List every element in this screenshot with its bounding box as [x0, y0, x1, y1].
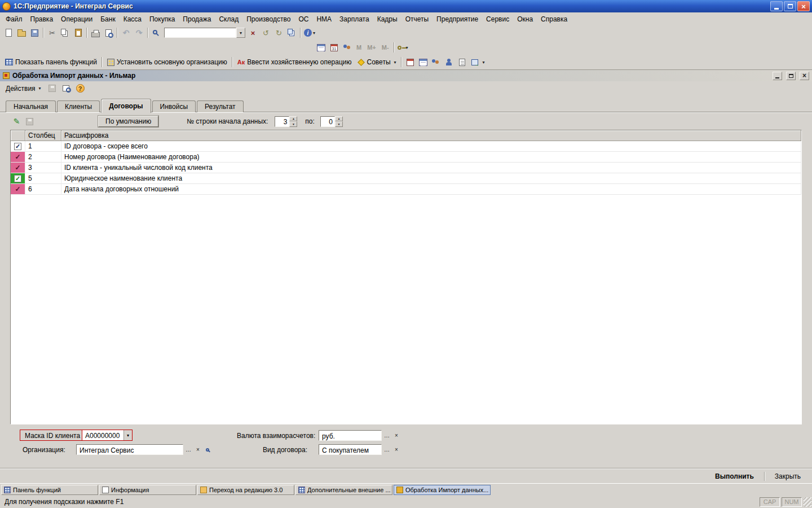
contract-kind-select-button[interactable]: … [382, 445, 391, 454]
start-row-spinner[interactable]: 3 ▲ ▼ [275, 116, 297, 127]
calendar-button[interactable]: 31 [328, 41, 341, 54]
search-input[interactable] [164, 28, 236, 38]
refresh-button[interactable]: ↺ [259, 27, 272, 39]
memory-recall-button[interactable]: M [354, 44, 364, 51]
clear-search-button[interactable]: × [246, 27, 259, 39]
new-document-button[interactable] [2, 27, 15, 39]
minimize-button[interactable] [770, 1, 783, 11]
about-button[interactable]: i▾ [303, 27, 316, 39]
menu-service[interactable]: Сервис [482, 14, 513, 25]
child-restore-button[interactable] [786, 72, 796, 80]
edit-button[interactable]: ✎ [10, 115, 23, 128]
copy-button[interactable] [59, 27, 72, 39]
table-row[interactable]: ✓ 6 Дата начала договорных отношений [11, 184, 801, 195]
organization-find-button[interactable] [203, 445, 212, 454]
row-mark-cell[interactable]: ✓ [11, 184, 25, 194]
spin-up-button[interactable]: ▲ [335, 116, 343, 122]
menu-bank[interactable]: Банк [96, 14, 119, 25]
client-id-mask-combobox[interactable]: А00000000 ▾ [82, 430, 133, 441]
save-button[interactable] [28, 27, 41, 39]
taskbar-item-redaction-30[interactable]: Переход на редакцию 3.0 [197, 485, 294, 495]
row-mark-cell[interactable]: ✓ [11, 173, 25, 183]
tab-klienty[interactable]: Клиенты [57, 100, 100, 112]
spin-down-button[interactable]: ▼ [289, 121, 297, 127]
table-row[interactable]: ✓ 2 Номер договора (Наименование договор… [11, 152, 801, 163]
organization-clear-button[interactable]: × [193, 445, 202, 454]
calculator-button[interactable] [341, 41, 354, 54]
menu-sale[interactable]: Продажа [179, 14, 215, 25]
tab-invoysy[interactable]: Инвойсы [152, 100, 196, 112]
menu-warehouse[interactable]: Склад [215, 14, 242, 25]
start-row-value[interactable]: 3 [275, 116, 289, 127]
save-settings-button[interactable] [46, 82, 59, 95]
actions-menu-button[interactable]: Действия ▾ [2, 84, 45, 94]
enter-operation-button[interactable]: Ак Ввести хозяйственную операцию [235, 56, 355, 68]
calendar-tool-button[interactable] [404, 56, 417, 68]
tips-button[interactable]: Советы ▾ [355, 56, 399, 68]
execute-button[interactable]: Выполнить [709, 471, 760, 482]
client-id-mask-value[interactable]: А00000000 [82, 430, 123, 440]
users-tool-button[interactable] [430, 56, 443, 68]
mask-dropdown-button[interactable]: ▾ [123, 430, 132, 440]
save-columns-button[interactable] [23, 115, 36, 128]
find-button[interactable] [150, 27, 163, 39]
contract-kind-clear-button[interactable]: × [392, 445, 401, 454]
to-value[interactable]: 0 [320, 116, 335, 127]
tab-dogovory[interactable]: Договоры [101, 99, 151, 113]
tools-button[interactable]: ▾ [396, 41, 409, 54]
child-close-button[interactable]: × [800, 72, 809, 80]
currency-select-button[interactable]: … [382, 431, 391, 440]
menu-edit[interactable]: Правка [27, 14, 58, 25]
close-button[interactable]: × [797, 1, 810, 11]
table-row[interactable]: ✓ 1 ID договора - скорее всего [11, 141, 801, 152]
menu-file[interactable]: Файл [2, 14, 27, 25]
spin-down-button[interactable]: ▼ [335, 121, 343, 127]
menu-help[interactable]: Справка [537, 14, 571, 25]
open-settings-button[interactable] [60, 82, 73, 95]
menu-hr[interactable]: Кадры [373, 14, 401, 25]
menu-enterprise[interactable]: Предприятие [433, 14, 482, 25]
windows-list-button[interactable] [285, 27, 298, 39]
contract-kind-field[interactable]: С покупателем [319, 444, 382, 455]
show-function-panel-button[interactable]: Показать панель функций [2, 56, 100, 68]
memory-plus-button[interactable]: M+ [364, 44, 379, 51]
tab-nachalnaya[interactable]: Начальная [6, 100, 56, 112]
row-mark-cell[interactable]: ✓ [11, 163, 25, 173]
menu-os[interactable]: ОС [294, 14, 312, 25]
table-tool-button[interactable] [417, 56, 430, 68]
row-mark-cell[interactable]: ✓ [11, 152, 25, 162]
client-id-mask-button[interactable]: Маска ID клиента [20, 430, 85, 441]
spin-up-button[interactable]: ▲ [289, 116, 297, 122]
currency-clear-button[interactable]: × [392, 431, 401, 440]
search-dropdown-button[interactable]: ▾ [236, 28, 245, 38]
menu-purchase[interactable]: Покупка [145, 14, 179, 25]
switch-interface-button[interactable]: ↻ [272, 27, 285, 39]
taskbar-item-information[interactable]: Информация [99, 485, 196, 495]
help-button[interactable]: ? [74, 82, 87, 95]
memory-minus-button[interactable]: M- [379, 44, 392, 51]
menu-reports[interactable]: Отчеты [401, 14, 433, 25]
set-main-organization-button[interactable]: Установить основную организацию [104, 56, 230, 68]
export-tool-button[interactable] [469, 56, 482, 68]
menu-salary[interactable]: Зарплата [336, 14, 373, 25]
print-button[interactable] [89, 27, 102, 39]
organization-field[interactable]: Интеграл Сервис [76, 444, 183, 455]
table-row[interactable]: ✓ 3 ID клиента - уникальный числовой код… [11, 163, 801, 173]
currency-field[interactable]: руб. [319, 430, 382, 441]
organization-select-button[interactable]: … [184, 445, 193, 454]
row-mark-cell[interactable]: ✓ [11, 141, 25, 151]
user-tool-button[interactable] [443, 56, 456, 68]
child-minimize-button[interactable] [773, 72, 782, 80]
tab-rezultat[interactable]: Результат [197, 100, 244, 112]
close-form-button[interactable]: Закрыть [769, 471, 806, 482]
menu-windows[interactable]: Окна [513, 14, 537, 25]
redo-button[interactable]: ↷ [133, 27, 145, 39]
open-button[interactable] [15, 27, 28, 39]
taskbar-item-import-data[interactable]: Обработка Импорт данных... [394, 485, 491, 495]
print-preview-button[interactable] [102, 27, 115, 39]
table-row[interactable]: ✓ 5 Юридическое наименование клиента [11, 173, 801, 184]
resize-grip[interactable] [804, 497, 811, 507]
menu-cash[interactable]: Касса [120, 14, 145, 25]
spreadsheet-button[interactable] [315, 41, 328, 54]
to-spinner[interactable]: 0 ▲ ▼ [320, 116, 343, 127]
